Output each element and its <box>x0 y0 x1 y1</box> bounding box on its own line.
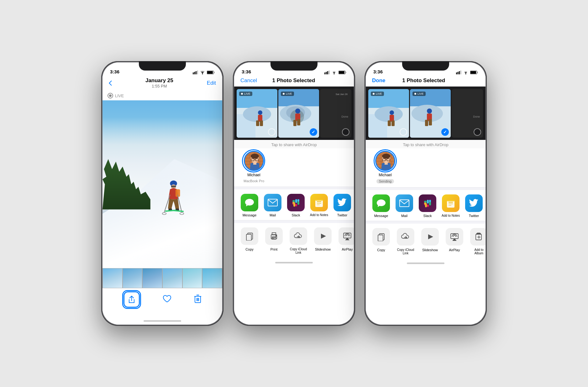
svg-rect-69 <box>268 199 277 206</box>
app-label-twitter: Twitter <box>337 213 347 217</box>
action-3-slideshow[interactable]: Slideshow <box>421 228 439 255</box>
photo-strip-3: LIVE <box>366 87 486 140</box>
action-3-airplay[interactable]: AirPlay <box>445 228 464 255</box>
svg-rect-9 <box>171 186 176 188</box>
share-button-container[interactable] <box>123 291 140 308</box>
photo-date: January 25 <box>145 77 173 84</box>
notch-3 <box>402 61 449 71</box>
airdrop-person-michael-2[interactable]: Michael MacBook Pro <box>240 151 267 183</box>
unselected-circle <box>268 128 276 136</box>
thumb-1[interactable] <box>102 268 123 288</box>
app-item-3-slack[interactable]: Slack <box>418 194 437 218</box>
app-label-3-notes: Add to Notes <box>442 214 460 217</box>
svg-point-33 <box>243 106 271 122</box>
thumb-5[interactable] <box>182 268 202 288</box>
like-button[interactable] <box>163 295 171 304</box>
svg-rect-3 <box>197 71 198 74</box>
app-label-mail: Mail <box>270 213 276 217</box>
svg-point-97 <box>465 74 466 75</box>
share-nav-bar-3: Done 1 Photo Selected <box>366 76 486 87</box>
app-item-twitter[interactable]: Twitter <box>333 194 351 217</box>
back-button[interactable] <box>109 81 112 86</box>
battery-icon-3 <box>470 71 478 74</box>
svg-rect-148 <box>447 200 454 201</box>
thumb-2[interactable] <box>123 268 143 288</box>
done-button[interactable]: Done <box>372 77 386 84</box>
svg-point-111 <box>427 109 432 114</box>
action-label-print: Print <box>270 247 278 251</box>
action-3-copy[interactable]: Copy <box>372 228 390 255</box>
app-item-3-mail[interactable]: Mail <box>395 194 413 218</box>
app-item-mail[interactable]: Mail <box>264 194 282 217</box>
svg-point-103 <box>375 106 403 122</box>
battery-icon-2 <box>339 71 346 74</box>
cloud-link-svg-3 <box>401 233 410 241</box>
app-item-notes[interactable]: Add to Notes <box>310 194 328 217</box>
photo-thumb-dark[interactable]: Sat Jan 26 Done <box>320 89 351 138</box>
slideshow-svg-3 <box>426 233 434 241</box>
svg-rect-135 <box>400 200 409 207</box>
thumb-4[interactable] <box>162 268 182 288</box>
action-3-add-album[interactable]: Add to Album <box>470 228 486 255</box>
thumb-6[interactable] <box>202 268 222 288</box>
action-row-3: Copy Copy iCloud Link <box>366 224 486 259</box>
mail-icon-3 <box>396 194 413 212</box>
thumbnail-strip[interactable] <box>102 268 222 288</box>
svg-point-90 <box>276 236 277 236</box>
circle-3-dark <box>474 128 481 136</box>
home-indicator-2 <box>234 259 354 266</box>
app-item-3-twitter[interactable]: Twitter <box>465 194 483 218</box>
photo-thumb-unselected[interactable]: LIVE <box>237 89 277 138</box>
bottom-toolbar <box>102 288 222 317</box>
chevron-left-icon <box>109 81 112 86</box>
signal-icon-3 <box>456 71 461 74</box>
app-item-message[interactable]: Message <box>240 194 259 217</box>
copy-icon-3 <box>372 228 390 246</box>
svg-rect-157 <box>477 233 480 234</box>
main-photo <box>102 100 222 268</box>
check-3-2: ✓ <box>441 128 449 136</box>
app-item-3-message[interactable]: Message <box>372 194 390 218</box>
action-3-cloud-link[interactable]: Copy iCloud Link <box>396 228 415 255</box>
edit-button[interactable]: Edit <box>207 80 216 86</box>
svg-rect-6 <box>207 71 213 74</box>
app-label-3-message: Message <box>374 214 388 218</box>
photo-thumb-3-dark[interactable]: Done <box>452 89 483 138</box>
photo-thumb-3-1[interactable]: LIVE <box>368 89 409 138</box>
svg-rect-142 <box>424 203 427 204</box>
live-chip-3-1: LIVE <box>371 92 384 96</box>
action-airplay[interactable]: AirPlay <box>338 227 354 254</box>
app-item-3-notes[interactable]: Add to Notes <box>442 194 460 218</box>
delete-button[interactable] <box>194 294 201 305</box>
svg-rect-25 <box>327 71 328 74</box>
photo-thumb-selected[interactable]: LIVE ✓ <box>278 89 319 138</box>
action-copy[interactable]: Copy <box>240 227 259 254</box>
action-slideshow[interactable]: Slideshow <box>314 227 332 254</box>
airdrop-person-michael-3[interactable]: Michael Sending <box>372 151 398 183</box>
slack-icon-3 <box>419 194 436 212</box>
action-label-3-airplay: AirPlay <box>449 248 460 252</box>
date-chip: Sat Jan 26 <box>334 92 349 97</box>
airplay-icon <box>339 227 354 245</box>
svg-point-12 <box>162 213 166 215</box>
home-indicator-1 <box>102 317 222 325</box>
cancel-button[interactable]: Cancel <box>240 77 257 84</box>
action-cloud-link[interactable]: Copy iCloud Link <box>289 227 307 254</box>
mail-svg <box>268 199 278 206</box>
svg-rect-96 <box>460 71 461 74</box>
svg-rect-106 <box>388 120 391 126</box>
add-album-icon <box>470 228 486 246</box>
photo-time: 1:55 PM <box>145 84 173 88</box>
notes-svg-3 <box>446 198 455 208</box>
action-print[interactable]: Print <box>265 227 283 254</box>
thumb-3[interactable] <box>142 268 162 288</box>
svg-rect-75 <box>297 199 299 202</box>
svg-rect-0 <box>193 72 194 74</box>
phone-3: 3:36 <box>365 61 487 326</box>
photo-thumb-3-2[interactable]: LIVE ✓ <box>410 89 451 138</box>
live-chip-1: LIVE <box>239 92 252 96</box>
svg-rect-137 <box>427 200 429 204</box>
sending-badge: Sending <box>376 179 394 183</box>
airdrop-row-3: Michael Sending <box>366 148 486 188</box>
app-item-slack[interactable]: Slack <box>287 194 305 217</box>
